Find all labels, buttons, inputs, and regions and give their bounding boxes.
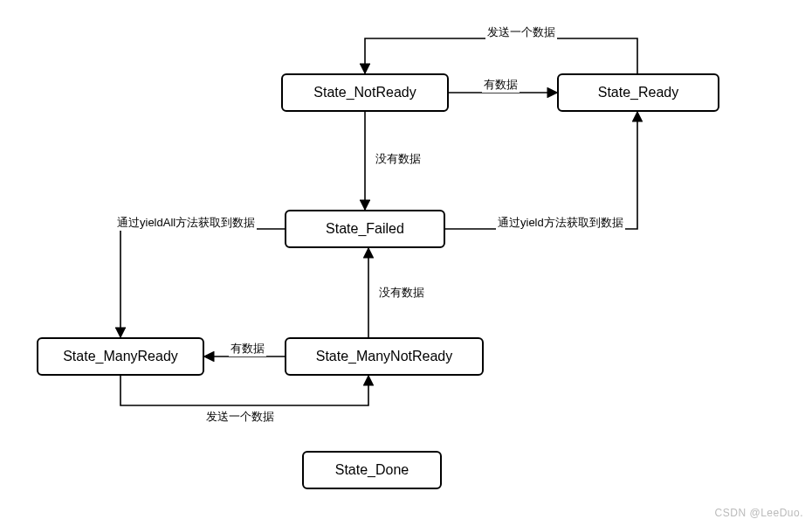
edge-ready-to-notready <box>365 38 637 73</box>
node-state-failed: State_Failed <box>285 210 445 248</box>
edge-label-manynotready-to-failed: 没有数据 <box>377 285 426 301</box>
edge-label-failed-to-manyready: 通过yieldAll方法获取到数据 <box>115 215 257 231</box>
node-label: State_ManyReady <box>63 349 178 364</box>
edge-label-notready-to-ready: 有数据 <box>482 77 520 93</box>
diagram-canvas: State_NotReady State_Ready State_Failed … <box>0 0 812 526</box>
node-label: State_Ready <box>598 85 679 100</box>
edge-label-notready-to-failed: 没有数据 <box>374 151 423 167</box>
edge-label-failed-to-ready: 通过yield方法获取到数据 <box>496 215 625 231</box>
edge-failed-to-ready <box>445 112 637 229</box>
node-state-done: State_Done <box>302 451 442 489</box>
edge-label-ready-to-notready: 发送一个数据 <box>485 24 557 40</box>
node-state-many-not-ready: State_ManyNotReady <box>285 337 484 376</box>
node-label: State_Done <box>335 462 409 478</box>
edge-label-manynotready-to-manyready: 有数据 <box>229 341 266 356</box>
node-state-ready: State_Ready <box>557 73 719 112</box>
node-state-many-ready: State_ManyReady <box>37 337 204 376</box>
edge-label-manyready-to-manynotready: 发送一个数据 <box>204 409 276 425</box>
edge-manyready-to-manynotready <box>120 376 368 405</box>
watermark: CSDN @LeeDuo. <box>715 507 803 519</box>
edge-failed-to-manyready <box>120 229 285 337</box>
node-state-not-ready: State_NotReady <box>281 73 449 112</box>
node-label: State_Failed <box>326 221 404 237</box>
node-label: State_NotReady <box>313 85 416 100</box>
node-label: State_ManyNotReady <box>316 349 453 364</box>
